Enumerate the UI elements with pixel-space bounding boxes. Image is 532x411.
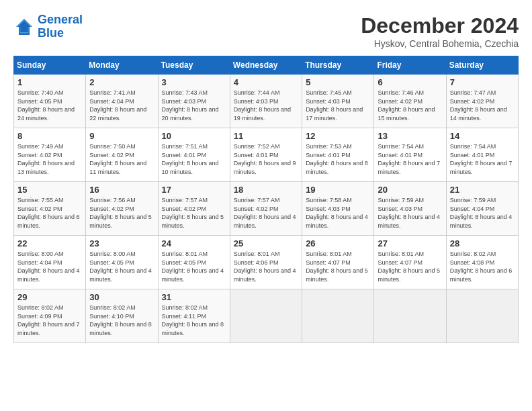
calendar-cell: 14 Sunrise: 7:54 AMSunset: 4:01 PMDaylig… [446,128,518,182]
calendar-cell: 2 Sunrise: 7:41 AMSunset: 4:04 PMDayligh… [86,75,158,128]
day-number: 20 [378,185,442,195]
calendar-cell: 17 Sunrise: 7:57 AMSunset: 4:02 PMDaylig… [158,182,230,236]
cell-info: Sunrise: 8:02 AMSunset: 4:09 PMDaylight:… [17,304,80,336]
cell-info: Sunrise: 7:53 AMSunset: 4:01 PMDaylight:… [306,143,368,175]
logo-text: GeneralBlue [38,13,83,40]
calendar-cell: 7 Sunrise: 7:47 AMSunset: 4:02 PMDayligh… [446,75,518,128]
cell-info: Sunrise: 7:41 AMSunset: 4:04 PMDaylight:… [89,89,146,122]
header-row: SundayMondayTuesdayWednesdayThursdayFrid… [14,56,519,75]
cell-info: Sunrise: 8:01 AMSunset: 4:06 PMDaylight:… [234,250,296,283]
cell-info: Sunrise: 7:57 AMSunset: 4:02 PMDaylight:… [162,197,224,229]
day-number: 7 [450,77,515,87]
day-number: 12 [306,131,370,141]
cell-info: Sunrise: 7:50 AMSunset: 4:02 PMDaylight:… [89,143,146,175]
day-number: 13 [378,131,442,141]
day-number: 2 [89,77,154,87]
day-number: 16 [89,185,154,195]
day-number: 26 [306,238,370,248]
day-header-thursday: Thursday [302,56,374,75]
cell-info: Sunrise: 8:00 AMSunset: 4:04 PMDaylight:… [17,250,80,283]
calendar-cell: 27 Sunrise: 8:01 AMSunset: 4:07 PMDaylig… [374,236,446,289]
cell-info: Sunrise: 7:40 AMSunset: 4:05 PMDaylight:… [17,89,75,122]
calendar-cell: 23 Sunrise: 8:00 AMSunset: 4:05 PMDaylig… [86,236,158,289]
calendar-cell: 26 Sunrise: 8:01 AMSunset: 4:07 PMDaylig… [302,236,374,289]
cell-info: Sunrise: 8:01 AMSunset: 4:07 PMDaylight:… [378,250,440,283]
cell-info: Sunrise: 7:51 AMSunset: 4:01 PMDaylight:… [162,143,219,175]
week-row: 1 Sunrise: 7:40 AMSunset: 4:05 PMDayligh… [14,75,519,128]
calendar-cell: 19 Sunrise: 7:58 AMSunset: 4:03 PMDaylig… [302,182,374,236]
day-number: 11 [234,131,298,141]
calendar-cell: 15 Sunrise: 7:55 AMSunset: 4:02 PMDaylig… [14,182,86,236]
location-subtitle: Hyskov, Central Bohemia, Czechia [361,38,519,49]
cell-info: Sunrise: 7:59 AMSunset: 4:04 PMDaylight:… [450,197,513,229]
logo-icon [13,16,35,38]
cell-info: Sunrise: 7:44 AMSunset: 4:03 PMDaylight:… [234,89,291,122]
week-row: 29 Sunrise: 8:02 AMSunset: 4:09 PMDaylig… [14,289,519,343]
day-number: 24 [162,238,226,248]
calendar-cell: 31 Sunrise: 8:02 AMSunset: 4:11 PMDaylig… [158,289,230,343]
cell-info: Sunrise: 7:46 AMSunset: 4:02 PMDaylight:… [378,89,435,122]
calendar-cell: 9 Sunrise: 7:50 AMSunset: 4:02 PMDayligh… [86,128,158,182]
day-number: 22 [17,238,82,248]
day-number: 14 [450,131,515,141]
cell-info: Sunrise: 8:02 AMSunset: 4:10 PMDaylight:… [89,304,152,336]
week-row: 22 Sunrise: 8:00 AMSunset: 4:04 PMDaylig… [14,236,519,289]
calendar-cell: 29 Sunrise: 8:02 AMSunset: 4:09 PMDaylig… [14,289,86,343]
cell-info: Sunrise: 7:43 AMSunset: 4:03 PMDaylight:… [162,89,219,122]
day-number: 21 [450,185,515,195]
calendar-table: SundayMondayTuesdayWednesdayThursdayFrid… [13,56,519,343]
cell-info: Sunrise: 8:01 AMSunset: 4:07 PMDaylight:… [306,250,368,283]
day-number: 28 [450,238,515,248]
day-header-friday: Friday [374,56,446,75]
day-number: 3 [162,77,226,87]
cell-info: Sunrise: 8:01 AMSunset: 4:05 PMDaylight:… [162,250,224,283]
calendar-cell: 22 Sunrise: 8:00 AMSunset: 4:04 PMDaylig… [14,236,86,289]
cell-info: Sunrise: 7:55 AMSunset: 4:02 PMDaylight:… [17,197,80,229]
day-number: 31 [162,292,226,302]
calendar-cell: 1 Sunrise: 7:40 AMSunset: 4:05 PMDayligh… [14,75,86,128]
title-block: December 2024 Hyskov, Central Bohemia, C… [361,13,519,49]
week-row: 8 Sunrise: 7:49 AMSunset: 4:02 PMDayligh… [14,128,519,182]
calendar-cell: 25 Sunrise: 8:01 AMSunset: 4:06 PMDaylig… [230,236,302,289]
calendar-cell: 21 Sunrise: 7:59 AMSunset: 4:04 PMDaylig… [446,182,518,236]
calendar-cell: 30 Sunrise: 8:02 AMSunset: 4:10 PMDaylig… [86,289,158,343]
calendar-cell: 8 Sunrise: 7:49 AMSunset: 4:02 PMDayligh… [14,128,86,182]
cell-info: Sunrise: 7:47 AMSunset: 4:02 PMDaylight:… [450,89,507,122]
cell-info: Sunrise: 7:59 AMSunset: 4:03 PMDaylight:… [378,197,440,229]
cell-info: Sunrise: 7:54 AMSunset: 4:01 PMDaylight:… [378,143,440,175]
calendar-cell [230,289,302,343]
calendar-cell: 16 Sunrise: 7:56 AMSunset: 4:02 PMDaylig… [86,182,158,236]
day-number: 30 [89,292,154,302]
calendar-cell: 12 Sunrise: 7:53 AMSunset: 4:01 PMDaylig… [302,128,374,182]
calendar-cell [302,289,374,343]
calendar-cell: 5 Sunrise: 7:45 AMSunset: 4:03 PMDayligh… [302,75,374,128]
page-header: GeneralBlue December 2024 Hyskov, Centra… [13,13,519,49]
day-number: 19 [306,185,370,195]
calendar-cell: 18 Sunrise: 7:57 AMSunset: 4:02 PMDaylig… [230,182,302,236]
calendar-cell: 6 Sunrise: 7:46 AMSunset: 4:02 PMDayligh… [374,75,446,128]
day-number: 18 [234,185,298,195]
day-header-tuesday: Tuesday [158,56,230,75]
day-number: 17 [162,185,226,195]
cell-info: Sunrise: 7:49 AMSunset: 4:02 PMDaylight:… [17,143,75,175]
day-number: 9 [89,131,154,141]
day-number: 4 [234,77,298,87]
cell-info: Sunrise: 8:00 AMSunset: 4:05 PMDaylight:… [89,250,152,283]
calendar-cell [374,289,446,343]
cell-info: Sunrise: 7:45 AMSunset: 4:03 PMDaylight:… [306,89,363,122]
day-number: 1 [17,77,82,87]
cell-info: Sunrise: 7:56 AMSunset: 4:02 PMDaylight:… [89,197,152,229]
day-number: 6 [378,77,442,87]
day-header-sunday: Sunday [14,56,86,75]
week-row: 15 Sunrise: 7:55 AMSunset: 4:02 PMDaylig… [14,182,519,236]
calendar-cell: 24 Sunrise: 8:01 AMSunset: 4:05 PMDaylig… [158,236,230,289]
calendar-cell: 13 Sunrise: 7:54 AMSunset: 4:01 PMDaylig… [374,128,446,182]
cell-info: Sunrise: 7:54 AMSunset: 4:01 PMDaylight:… [450,143,513,175]
day-header-wednesday: Wednesday [230,56,302,75]
day-number: 23 [89,238,154,248]
day-number: 25 [234,238,298,248]
month-title: December 2024 [361,13,519,38]
cell-info: Sunrise: 8:02 AMSunset: 4:08 PMDaylight:… [450,250,513,283]
day-number: 27 [378,238,442,248]
day-number: 8 [17,131,82,141]
